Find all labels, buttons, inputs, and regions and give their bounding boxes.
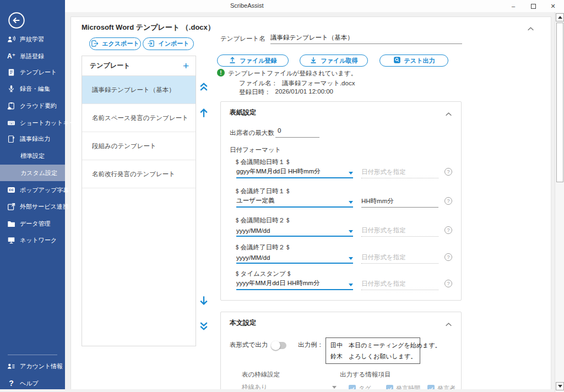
sidebar-item-minutes-output[interactable]: 議事録出力 — [0, 130, 65, 147]
body-collapse-chevron-icon[interactable] — [445, 319, 452, 329]
custom-format-input[interactable]: 日付形式を指定 — [361, 226, 438, 237]
scroll-down-button[interactable] — [556, 382, 564, 390]
sidebar-item-template[interactable]: テンプレート — [0, 64, 65, 80]
template-list-item[interactable]: 段組みのテンプレート — [82, 132, 196, 160]
help-circle-icon[interactable]: ? — [444, 280, 452, 287]
file-fetch-button[interactable]: ファイル取得 — [300, 55, 368, 67]
move-top-button[interactable] — [199, 82, 209, 94]
output-example-line: 田中 本日のミーティングを始めます。 — [330, 341, 415, 350]
export-button[interactable]: エクスポート — [89, 37, 141, 50]
template-list-item[interactable]: 名前スペース発言のテンプレート — [82, 104, 196, 132]
max-attendees-input[interactable]: 0 — [275, 127, 319, 138]
sidebar-item-record-edit[interactable]: 録音・編集 — [0, 80, 65, 97]
folder-icon — [7, 220, 15, 228]
scroll-up-button[interactable] — [556, 13, 564, 21]
register-date-label: 登録日時： — [239, 88, 271, 96]
template-name-input[interactable]: 議事録テンプレート（基本） — [270, 34, 462, 44]
microphone-icon — [7, 85, 15, 93]
scrollbar-thumb[interactable] — [556, 23, 563, 182]
document-icon — [7, 68, 15, 77]
sidebar-item-label: ショートカットキー — [20, 119, 75, 127]
sidebar-divider — [8, 355, 57, 355]
table-output-label: 表形式で出力 — [230, 341, 268, 349]
sidebar-item-network[interactable]: ネットワーク — [0, 232, 65, 248]
date-format-select[interactable]: yyyy/MM/dd — [236, 253, 353, 264]
download-icon — [310, 56, 317, 65]
max-attendees-label: 出席者の最大数 — [230, 129, 274, 137]
sidebar-item-standard-settings[interactable]: 標準設定 — [0, 148, 65, 164]
word-register-icon: A⁺ — [7, 52, 15, 61]
import-button[interactable]: インポート — [143, 37, 194, 50]
status-message: テンプレートファイルが登録されています。 — [228, 69, 357, 78]
window-scrollbar[interactable] — [555, 12, 564, 392]
date-format-select[interactable]: yyyy年MM月dd日 HH時mm分 — [236, 279, 353, 290]
output-example-box: 田中 本日のミーティングを始めます。 鈴木 よろしくお願いします。 — [326, 337, 420, 364]
template-list-item[interactable]: 名前改行発言のテンプレート — [82, 160, 196, 188]
chevron-down-icon — [349, 284, 353, 286]
template-name-label: テンプレート名 — [220, 35, 265, 43]
help-circle-icon[interactable]: ? — [444, 226, 452, 234]
sidebar-item-word-register[interactable]: A⁺ 単語登録 — [0, 48, 65, 64]
import-button-label: インポート — [158, 40, 189, 48]
date-format-select[interactable]: ggyy年MM月dd日 HH時mm分 — [236, 167, 353, 178]
sidebar-item-data-management[interactable]: データ管理 — [0, 215, 65, 232]
sidebar-item-label: データ管理 — [20, 220, 51, 228]
date-format-select[interactable]: ユーザー定義 — [236, 197, 353, 208]
help-circle-icon[interactable]: ? — [444, 197, 452, 205]
sidebar-item-label: 外部サービス連携 — [20, 203, 69, 211]
output-items-label: 出力する情報項目 — [340, 371, 391, 379]
closed-caption-icon: cc — [7, 186, 15, 194]
table-output-toggle[interactable] — [272, 342, 286, 349]
move-down-button[interactable] — [199, 296, 209, 308]
sidebar-item-voice-learning[interactable]: 声紋学習 — [0, 31, 65, 47]
export-icon — [91, 40, 99, 48]
cover-settings-title: 表紙設定 — [230, 108, 256, 117]
sidebar-item-external-service[interactable]: 外部サービス連携 — [0, 198, 65, 215]
export-button-label: エクスポート — [102, 40, 139, 48]
sidebar-item-custom-settings[interactable]: カスタム設定 — [0, 165, 65, 181]
custom-format-input[interactable]: HH時mm分 — [361, 197, 438, 208]
test-output-button[interactable]: テスト出力 — [379, 55, 448, 67]
custom-format-input[interactable]: 日付形式を指定 — [361, 279, 438, 290]
cover-collapse-chevron-icon[interactable] — [445, 109, 452, 119]
sidebar-item-label: テンプレート — [20, 68, 57, 77]
minimize-button[interactable]: – — [503, 0, 523, 12]
sidebar: 声紋学習 A⁺ 単語登録 テンプレート 録音・編集 クラウド要約 ショートカット… — [0, 0, 65, 392]
date-format-section-label: 日付フォーマット — [230, 146, 281, 154]
custom-format-input[interactable]: 日付形式を指定 — [361, 167, 438, 178]
move-bottom-button[interactable] — [199, 321, 209, 333]
back-arrow-icon — [8, 21, 25, 31]
sidebar-item-cloud-summary[interactable]: クラウド要約 — [0, 97, 65, 114]
help-circle-icon[interactable]: ? — [444, 253, 452, 261]
sidebar-item-account-info[interactable]: アカウント情報 — [0, 358, 65, 374]
custom-format-input[interactable]: 日付形式を指定 — [361, 253, 438, 264]
file-register-button[interactable]: ファイル登録 — [217, 55, 289, 67]
toggle-knob — [271, 341, 280, 350]
move-up-button[interactable] — [199, 108, 209, 120]
window-titlebar: ScribeAssist – ✕ — [65, 0, 564, 12]
maximize-button[interactable] — [523, 0, 543, 12]
test-output-label: テスト出力 — [404, 57, 435, 65]
file-fetch-label: ファイル取得 — [321, 57, 357, 65]
maximize-icon — [531, 4, 536, 9]
date-field-group: ＄会議開始日時１＄ ggyy年MM月dd日 HH時mm分 日付形式を指定 ? — [230, 158, 452, 187]
date-format-select[interactable]: yyyy/MM/dd — [236, 226, 353, 237]
keyboard-icon — [7, 119, 15, 127]
triangle-down-icon — [558, 385, 562, 388]
close-button[interactable]: ✕ — [543, 0, 563, 12]
date-field-label: ＄会議開始日時１＄ — [234, 158, 291, 166]
template-list-item[interactable]: 議事録テンプレート（基本） — [82, 76, 196, 104]
document-plus-icon — [7, 135, 15, 143]
sidebar-item-popup-subtitle[interactable]: cc ポップアップ字幕 — [0, 182, 65, 198]
back-button[interactable] — [8, 12, 25, 29]
monitor-icon — [7, 236, 15, 244]
status-success-icon: ! — [217, 69, 225, 77]
file-register-label: ファイル登録 — [240, 57, 276, 65]
sidebar-item-label: 議事録出力 — [20, 135, 50, 143]
sidebar-item-shortcut-key[interactable]: ショートカットキー — [0, 115, 65, 131]
add-template-button[interactable]: + — [183, 61, 189, 71]
help-circle-icon[interactable]: ? — [444, 168, 452, 176]
panel-collapse-chevron-icon[interactable] — [527, 24, 534, 34]
chevron-down-icon — [349, 257, 353, 260]
external-link-icon — [7, 203, 15, 211]
